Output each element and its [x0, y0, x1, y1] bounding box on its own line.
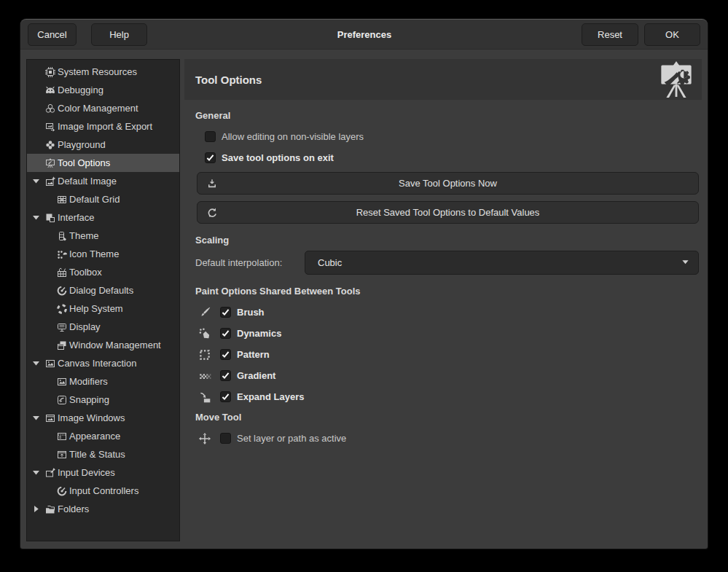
cancel-button[interactable]: Cancel: [28, 23, 77, 46]
sidebar-item-default-grid[interactable]: Default Grid: [27, 190, 179, 208]
gradient-icon: [198, 369, 211, 383]
gradient-checkbox[interactable]: [220, 370, 231, 381]
interface-icon: [44, 212, 57, 224]
appearance-icon: [56, 431, 69, 442]
save-icon: [206, 178, 218, 192]
sidebar-item-label: Help System: [69, 303, 123, 314]
general-heading: General: [195, 110, 699, 121]
sidebar-item-label: Icon Theme: [69, 248, 119, 259]
expand-layers-checkbox[interactable]: [220, 391, 231, 402]
checkbox-label: Expand Layers: [237, 391, 305, 402]
expander-open-icon[interactable]: [31, 413, 44, 423]
set-layer-or-path-as-active-row: Set layer or path as active: [195, 428, 699, 449]
sidebar-item-label: Toolbox: [69, 267, 102, 278]
sidebar-item-label: Debugging: [57, 85, 103, 95]
sidebar-item-snapping[interactable]: Snapping: [27, 391, 179, 409]
sidebar-item-canvas-interaction[interactable]: Canvas Interaction: [27, 354, 179, 372]
sidebar-item-toolbox[interactable]: Toolbox: [27, 263, 179, 281]
panel-body: General Allow editing on non-visible lay…: [184, 100, 702, 541]
reset-saved-tool-options-to-default-values-button[interactable]: Reset Saved Tool Options to Default Valu…: [197, 201, 699, 224]
sidebar-item-modifiers[interactable]: Modifiers: [27, 372, 179, 391]
sidebar-item-display[interactable]: Display: [27, 318, 179, 336]
sidebar-item-title-status[interactable]: Title & Status: [27, 445, 179, 463]
reset-button[interactable]: Reset: [582, 23, 638, 46]
pinwheel-icon: [44, 139, 57, 151]
screen: Cancel Help Preferences Reset OK System …: [0, 0, 728, 572]
help-ring-icon: [56, 303, 69, 315]
sidebar-item-playground[interactable]: Playground: [27, 136, 179, 154]
allow-editing-on-non-visible-layers-checkbox[interactable]: [205, 131, 216, 142]
sidebar-item-image-windows[interactable]: Image Windows: [27, 409, 179, 427]
sidebar-item-color-management[interactable]: Color Management: [27, 99, 179, 117]
expander-closed-icon[interactable]: [31, 504, 44, 514]
checkbox-label: Brush: [237, 307, 265, 318]
tool-options-panel: Tool Options: [184, 59, 702, 541]
display-icon: [56, 321, 69, 333]
easel-icon: [44, 157, 57, 169]
sidebar-item-theme[interactable]: Theme: [27, 227, 179, 245]
save-tool-options-now-button[interactable]: Save Tool Options Now: [197, 172, 699, 195]
default-interpolation-row: Default interpolation: Cubic: [195, 251, 699, 275]
save-tool-options-on-exit-checkbox[interactable]: [205, 152, 216, 163]
sidebar-item-dialog-defaults[interactable]: Dialog Defaults: [27, 281, 179, 299]
sidebar-item-debugging[interactable]: Debugging: [27, 81, 179, 99]
sidebar-item-folders[interactable]: Folders: [27, 500, 179, 518]
sidebar-item-tool-options[interactable]: Tool Options: [27, 154, 179, 172]
sidebar-item-input-controllers[interactable]: Input Controllers: [27, 482, 179, 500]
expander-open-icon[interactable]: [31, 176, 44, 186]
dynamics-checkbox[interactable]: [220, 328, 231, 339]
dropdown-value: Cubic: [318, 257, 680, 268]
snapping-icon: [56, 394, 69, 406]
sidebar-item-default-image[interactable]: Default Image: [27, 172, 179, 190]
canvas-icon: [44, 358, 57, 369]
expander-open-icon[interactable]: [31, 468, 44, 477]
titlebar: Cancel Help Preferences Reset OK: [20, 20, 708, 50]
window-mgmt-icon: [56, 340, 69, 351]
image-window-icon: [44, 412, 57, 424]
dialog-main: System ResourcesDebuggingColor Managemen…: [20, 50, 708, 549]
save-tool-options-on-exit-row: Save tool options on exit: [195, 147, 699, 168]
checkbox-label: Allow editing on non-visible layers: [222, 131, 364, 142]
sidebar-item-interface[interactable]: Interface: [27, 208, 179, 227]
sidebar-item-label: System Resources: [57, 66, 137, 77]
default-interpolation-dropdown[interactable]: Cubic: [305, 251, 699, 275]
sidebar-item-window-management[interactable]: Window Management: [27, 336, 179, 354]
sidebar-item-label: Theme: [69, 230, 98, 241]
expander-open-icon[interactable]: [31, 359, 44, 368]
sidebar-item-label: Playground: [57, 139, 106, 150]
sidebar-item-appearance[interactable]: Appearance: [27, 427, 179, 445]
default-interpolation-label: Default interpolation:: [195, 257, 305, 268]
checkbox-label: Gradient: [237, 370, 275, 381]
brush-checkbox[interactable]: [220, 307, 231, 318]
sidebar-item-label: Input Controllers: [69, 485, 138, 496]
folders-icon: [44, 504, 57, 515]
general-checkboxes: Allow editing on non-visible layersSave …: [195, 126, 699, 168]
sidebar-item-input-devices[interactable]: Input Devices: [27, 463, 179, 482]
image-io-icon: [44, 121, 57, 133]
preferences-category-list: System ResourcesDebuggingColor Managemen…: [26, 59, 180, 541]
set-layer-or-path-as-active-checkbox[interactable]: [220, 433, 231, 444]
brush-icon: [198, 306, 211, 319]
sidebar-item-label: Snapping: [69, 394, 109, 405]
ok-button[interactable]: OK: [644, 23, 700, 46]
wilber-icon: [44, 85, 57, 96]
sidebar-item-label: Dialog Defaults: [69, 285, 133, 296]
help-button[interactable]: Help: [91, 23, 147, 46]
sidebar-item-system-resources[interactable]: System Resources: [27, 63, 179, 81]
gradient-row: Gradient: [195, 365, 699, 386]
scaling-heading: Scaling: [195, 235, 699, 246]
grid-icon: [56, 194, 69, 205]
sidebar-item-label: Folders: [57, 504, 89, 514]
input-devices-icon: [44, 467, 57, 479]
sidebar-item-label: Tool Options: [57, 157, 110, 168]
sidebar-item-label: Modifiers: [69, 376, 108, 387]
checkbox-label: Dynamics: [237, 328, 281, 339]
expander-open-icon[interactable]: [31, 213, 44, 222]
pattern-checkbox[interactable]: [220, 349, 231, 360]
sidebar-item-image-import-export[interactable]: Image Import & Export: [27, 117, 179, 136]
sidebar-item-label: Display: [69, 321, 101, 332]
expand-layers-row: Expand Layers: [195, 386, 699, 407]
move-tool-row: Set layer or path as active: [195, 428, 699, 449]
sidebar-item-icon-theme[interactable]: Icon Theme: [27, 245, 179, 263]
sidebar-item-help-system[interactable]: Help System: [27, 299, 179, 318]
